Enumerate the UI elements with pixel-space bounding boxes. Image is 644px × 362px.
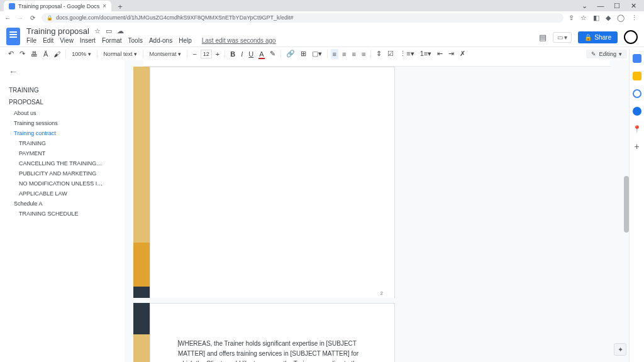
minimize-icon[interactable]: — bbox=[596, 2, 605, 10]
number-list-button[interactable]: 1≡▾ bbox=[418, 48, 434, 59]
close-tab-icon[interactable]: × bbox=[103, 3, 106, 9]
page[interactable]: 2 bbox=[150, 67, 395, 304]
outline-item[interactable]: CANCELLING THE TRAINING… bbox=[9, 158, 116, 168]
style-select[interactable]: Normal text ▾ bbox=[101, 50, 140, 58]
outline-item[interactable]: APPLICABLE LAW bbox=[9, 189, 116, 199]
undo-button[interactable]: ↶ bbox=[6, 48, 16, 59]
page[interactable]: WHEREAS, the Trainer holds significant e… bbox=[150, 303, 395, 362]
outline-item-active[interactable]: Training contract bbox=[9, 128, 116, 138]
extension-icon-2[interactable]: ◆ bbox=[606, 14, 611, 22]
profile-chip[interactable]: ◯ bbox=[617, 14, 625, 22]
docs-logo[interactable] bbox=[6, 28, 20, 45]
align-left-button[interactable]: ≡ bbox=[331, 49, 338, 59]
lock-icon: 🔒 bbox=[47, 15, 53, 21]
line-spacing-button[interactable]: ⇕ bbox=[374, 48, 384, 59]
text-color-button[interactable]: A bbox=[257, 49, 265, 59]
body-text[interactable]: WHEREAS, the Trainer holds significant e… bbox=[178, 339, 367, 362]
paint-format-button[interactable]: 🖌 bbox=[52, 49, 62, 59]
zoom-select[interactable]: 100% ▾ bbox=[69, 50, 94, 58]
font-size-input[interactable]: 12 bbox=[201, 50, 212, 58]
share-url-icon[interactable]: ⇪ bbox=[569, 14, 574, 22]
back-button[interactable]: ← bbox=[4, 14, 11, 21]
menu-format[interactable]: Format bbox=[102, 37, 122, 44]
menu-view[interactable]: View bbox=[60, 37, 74, 44]
close-outline-button[interactable]: ← bbox=[9, 67, 18, 77]
outline-item[interactable]: TRAINING SCHEDULE bbox=[9, 209, 116, 219]
document-title[interactable]: Training proposal bbox=[26, 26, 89, 36]
calendar-icon[interactable] bbox=[633, 54, 641, 63]
move-icon[interactable]: ▭ bbox=[106, 27, 112, 35]
editing-label: Editing bbox=[599, 51, 616, 57]
align-center-button[interactable]: ≡ bbox=[340, 49, 348, 59]
explore-button[interactable]: ✦ bbox=[614, 343, 626, 356]
present-icon: ▭ bbox=[557, 34, 563, 41]
maximize-icon[interactable]: ☐ bbox=[613, 2, 621, 10]
font-select[interactable]: Montserrat ▾ bbox=[147, 50, 184, 58]
menu-addons[interactable]: Add-ons bbox=[149, 37, 172, 44]
align-right-button[interactable]: ≡ bbox=[350, 49, 357, 59]
share-button[interactable]: 🔒 Share bbox=[578, 31, 618, 43]
clear-format-button[interactable]: ✗ bbox=[458, 48, 467, 59]
address-bar[interactable]: 🔒 docs.google.com/document/d/1hJMGusZG4c… bbox=[42, 13, 564, 23]
increase-font-button[interactable]: + bbox=[214, 49, 221, 59]
keep-icon[interactable] bbox=[633, 72, 641, 80]
maps-icon[interactable]: 📍 bbox=[633, 124, 641, 133]
reload-button[interactable]: ⟳ bbox=[29, 14, 36, 21]
menu-file[interactable]: File bbox=[26, 37, 36, 44]
account-avatar[interactable] bbox=[624, 30, 638, 44]
checklist-button[interactable]: ☑ bbox=[386, 48, 396, 59]
bookmark-icon[interactable]: ☆ bbox=[580, 14, 587, 22]
scrollbar[interactable] bbox=[624, 176, 629, 233]
ruler[interactable] bbox=[143, 60, 610, 67]
redo-button[interactable]: ↷ bbox=[18, 48, 27, 59]
outline-item[interactable]: NO MODIFICATION UNLESS I… bbox=[9, 178, 116, 189]
cloud-status-icon[interactable]: ☁ bbox=[117, 27, 124, 35]
comment-button[interactable]: ⊞ bbox=[299, 48, 308, 59]
increase-indent-button[interactable]: ⇥ bbox=[447, 48, 456, 59]
spellcheck-button[interactable]: Ă bbox=[42, 49, 50, 59]
decrease-indent-button[interactable]: ⇤ bbox=[435, 48, 445, 59]
underline-button[interactable]: U bbox=[247, 49, 255, 59]
extension-icon[interactable]: ◧ bbox=[593, 14, 599, 22]
align-justify-button[interactable]: ≡ bbox=[360, 49, 367, 59]
menu-tools[interactable]: Tools bbox=[128, 37, 143, 44]
outline-item[interactable]: PUBLICITY AND MARKETING bbox=[9, 168, 116, 178]
menu-help[interactable]: Help bbox=[179, 37, 192, 44]
new-tab-button[interactable]: + bbox=[115, 1, 125, 11]
star-icon[interactable]: ☆ bbox=[94, 27, 101, 35]
outline-item[interactable]: Training sessions bbox=[9, 118, 116, 128]
menu-insert[interactable]: Insert bbox=[80, 37, 96, 44]
outline-item[interactable]: TRAINING bbox=[9, 138, 116, 148]
share-label: Share bbox=[594, 34, 611, 41]
outline-heading[interactable]: PROPOSAL bbox=[9, 96, 116, 108]
highlight-button[interactable]: ✎ bbox=[268, 48, 277, 59]
outline-item[interactable]: About us bbox=[9, 108, 116, 118]
browser-menu-icon[interactable]: ⋮ bbox=[631, 14, 638, 22]
chevron-down-icon[interactable]: ⌄ bbox=[580, 2, 589, 10]
pencil-icon: ✎ bbox=[591, 51, 596, 57]
contacts-icon[interactable] bbox=[633, 107, 641, 116]
bullet-list-button[interactable]: ⋮≡▾ bbox=[397, 48, 416, 59]
comment-history-icon[interactable]: ▤ bbox=[539, 33, 547, 42]
link-button[interactable]: 🔗 bbox=[284, 48, 297, 59]
menu-edit[interactable]: Edit bbox=[43, 37, 53, 44]
italic-button[interactable]: I bbox=[239, 49, 245, 59]
document-canvas[interactable]: 2 WHEREAS, the Trainer holds significant… bbox=[125, 60, 629, 362]
tasks-icon[interactable] bbox=[633, 89, 641, 98]
outline-item[interactable]: PAYMENT bbox=[9, 148, 116, 158]
last-edit-link[interactable]: Last edit was seconds ago bbox=[202, 37, 276, 44]
bold-button[interactable]: B bbox=[228, 49, 237, 59]
editing-mode-button[interactable]: ✎ Editing ▾ bbox=[586, 50, 627, 58]
close-window-icon[interactable]: ✕ bbox=[629, 2, 638, 10]
decrease-font-button[interactable]: − bbox=[191, 49, 198, 59]
browser-tab[interactable]: Training proposal - Google Docs × bbox=[4, 1, 111, 11]
outline-item[interactable]: Schedule A bbox=[9, 199, 116, 209]
add-addon-icon[interactable]: + bbox=[633, 142, 641, 151]
present-button[interactable]: ▭▾ bbox=[553, 32, 572, 43]
forward-button[interactable]: → bbox=[16, 14, 24, 21]
tab-title: Training proposal - Google Docs bbox=[18, 3, 99, 9]
outline-heading[interactable]: TRAINING bbox=[9, 84, 116, 96]
print-button[interactable]: 🖶 bbox=[29, 49, 40, 59]
toolbar: ↶ ↷ 🖶 Ă 🖌 100% ▾ Normal text ▾ Montserra… bbox=[0, 47, 644, 60]
image-button[interactable]: ▢▾ bbox=[310, 48, 324, 59]
